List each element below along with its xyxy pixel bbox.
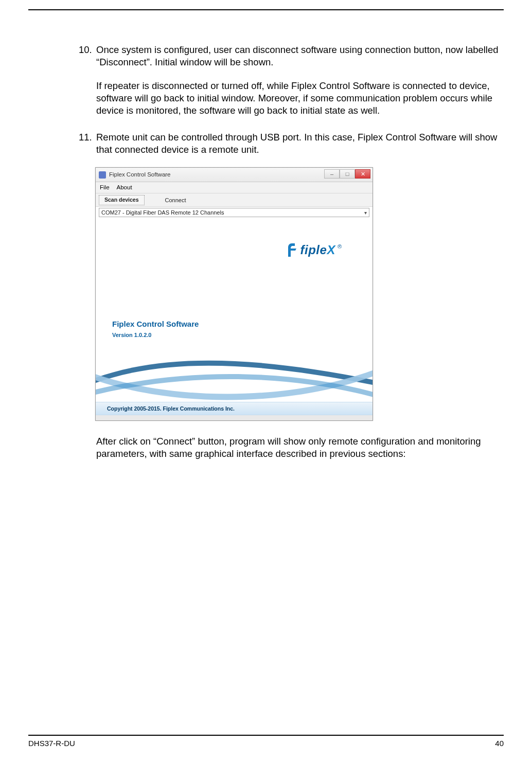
app-splash: fipleX ® Fiplex Control Software Version… — [96, 217, 373, 420]
top-rule — [28, 9, 504, 10]
footer-page-number: 40 — [495, 739, 504, 748]
chevron-down-icon: ▾ — [364, 209, 367, 216]
product-version: Version 1.0.2.0 — [112, 331, 199, 339]
menu-file[interactable]: File — [100, 184, 110, 191]
list-number: 11. — [79, 131, 96, 460]
page-footer: DHS37-R-DU 40 — [28, 735, 504, 748]
logo-text: fipleX — [300, 242, 335, 258]
copyright-text: Copyright 2005-2015. Fiplex Communicatio… — [96, 402, 373, 415]
port-select[interactable]: COM27 - Digital Fiber DAS Remote 12 Chan… — [99, 208, 369, 217]
app-window-screenshot: Fiplex Control Software – □ ✕ File About… — [95, 167, 373, 421]
toolbar: Scan devices Connect — [96, 193, 373, 207]
paragraph: Remote unit can be controlled through US… — [96, 131, 504, 156]
window-controls: – □ ✕ — [324, 169, 370, 179]
port-select-value: COM27 - Digital Fiber DAS Remote 12 Chan… — [101, 209, 224, 216]
menubar: File About — [96, 182, 373, 193]
list-item-11: 11. Remote unit can be controlled throug… — [79, 131, 504, 460]
paragraph: After click on “Connect” button, program… — [96, 435, 504, 460]
registered-mark: ® — [338, 243, 342, 250]
window-title: Fiplex Control Software — [109, 171, 171, 179]
brand-logo: fipleX ® — [285, 242, 342, 258]
list-item-10: 10. Once system is configured, user can … — [79, 44, 504, 117]
maximize-button[interactable]: □ — [340, 169, 355, 179]
close-button[interactable]: ✕ — [355, 169, 370, 179]
footer-doc-id: DHS37-R-DU — [28, 739, 75, 748]
swoosh-graphic — [96, 351, 373, 407]
paragraph: Once system is configured, user can disc… — [96, 44, 504, 68]
paragraph: If repeater is disconnected or turned of… — [96, 80, 504, 117]
connect-button[interactable]: Connect — [160, 196, 191, 205]
product-title: Fiplex Control Software — [112, 319, 199, 329]
titlebar: Fiplex Control Software – □ ✕ — [96, 168, 373, 182]
list-number: 10. — [79, 44, 96, 117]
scan-devices-button[interactable]: Scan devices — [99, 195, 145, 205]
bottom-rule — [28, 735, 504, 736]
app-icon — [99, 171, 106, 179]
minimize-button[interactable]: – — [324, 169, 340, 179]
menu-about[interactable]: About — [117, 184, 132, 191]
logo-icon — [285, 242, 298, 258]
